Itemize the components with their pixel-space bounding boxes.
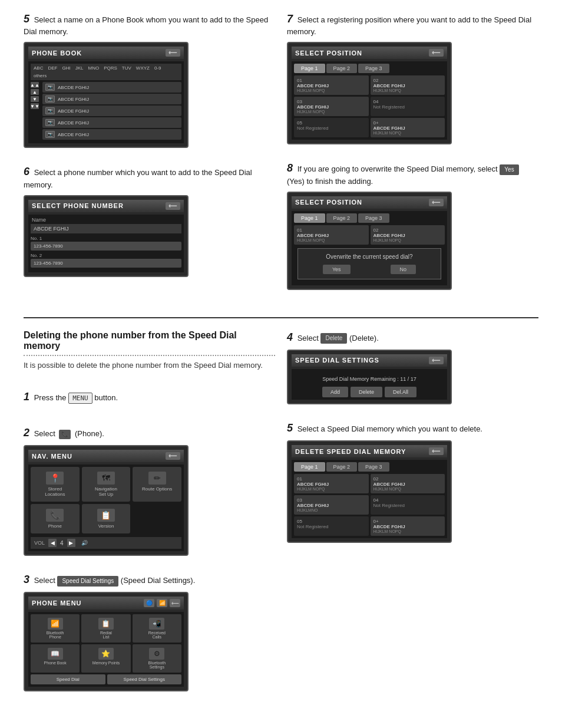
- delete-sd-tab-page1[interactable]: Page 1: [294, 462, 325, 472]
- select-phone-back-btn[interactable]: ⟵: [166, 202, 180, 210]
- arrow-up[interactable]: ▲: [31, 89, 39, 95]
- pos-num: 01: [297, 228, 366, 233]
- nav-item-phone[interactable]: 📞 Phone: [31, 504, 80, 533]
- tab-ghi[interactable]: GHI: [60, 65, 72, 71]
- select-pos-overwrite-back-btn[interactable]: ⟵: [429, 199, 444, 206]
- del-pos-cell-05[interactable]: 05 Not Registered: [294, 516, 369, 536]
- vol-arrow-left[interactable]: ◀: [48, 539, 57, 547]
- nav-item-stored[interactable]: 📍 StoredLocations: [31, 467, 80, 502]
- pos-overwrite-tab-page1[interactable]: Page 1: [294, 213, 325, 223]
- speed-dial-settings-bottom-btn[interactable]: Speed Dial Settings: [107, 674, 182, 684]
- speed-dial-settings-back-btn[interactable]: ⟵: [429, 357, 444, 364]
- pos-cell-02[interactable]: 02 ABCDE FGHIJ HIJKLM NOPQ: [371, 75, 445, 95]
- pos-cell-01[interactable]: 01 ABCDE FGHIJ HIJKLM NOPQ: [294, 75, 369, 95]
- tab-09[interactable]: 0-9: [153, 65, 163, 71]
- step-5-delete-text: 5 Select a Speed Dial memory which you w…: [287, 421, 538, 436]
- nav-item-route[interactable]: ✏ Route Options: [133, 467, 181, 502]
- nav-item-navigation[interactable]: 🗺 NavigationSet Up: [82, 467, 131, 502]
- delete-sd-title-bar: DELETE SPEED DIAL MEMORY ⟵: [292, 445, 447, 457]
- overwrite-dialog: Overwrite the current speed dial? Yes No: [297, 248, 441, 279]
- del-pos-num: 01: [297, 476, 366, 482]
- pm-item-redial[interactable]: 📋 RedialList: [81, 614, 130, 643]
- pm-item-phonebook[interactable]: 📖 Phone Book: [31, 644, 80, 673]
- phone-menu-title-bar: PHONE MENU 🔵 📶 ⟵: [28, 597, 184, 610]
- tab-mno[interactable]: MNO: [86, 65, 101, 71]
- list-item[interactable]: 📷 ABCDE FGHIJ: [42, 82, 181, 93]
- menu-button-inline: MENU: [68, 393, 92, 404]
- route-options-icon: ✏: [148, 472, 166, 485]
- pos-tab-page2[interactable]: Page 2: [326, 64, 358, 73]
- pm-item-bluetooth[interactable]: 📶 BluetoothPhone: [31, 614, 80, 643]
- pm-item-bt-settings[interactable]: ⚙ BluetoothSettings: [133, 644, 181, 673]
- received-calls-label: ReceivedCalls: [134, 631, 180, 639]
- step-4-suffix: (Delete).: [349, 334, 379, 342]
- pos-cell-0plus[interactable]: 0+ ABCDE FGHIJ HIJKLM NOPQ: [371, 118, 445, 137]
- del-pos-cell-02[interactable]: 02 ABCDE FGHIJ HIJKLM NOPQ: [371, 474, 445, 493]
- pos-cell-04[interactable]: 04 Not Registered: [371, 97, 445, 116]
- pm-item-received[interactable]: 📲 ReceivedCalls: [133, 614, 181, 643]
- list-item[interactable]: 📷 ABCDE FGHIJ: [42, 106, 181, 116]
- tab-jkl[interactable]: JKL: [74, 65, 85, 71]
- delete-sd-back-btn[interactable]: ⟵: [429, 447, 444, 455]
- pos-cell-05[interactable]: 05 Not Registered: [294, 118, 369, 137]
- del-pos-name: ABCDE FGHIJ: [297, 482, 366, 487]
- tab-others[interactable]: others: [32, 73, 48, 79]
- add-button[interactable]: Add: [322, 387, 348, 397]
- memory-points-icon: ⭐: [98, 648, 114, 660]
- select-phone-number-title-bar: SELECT PHONE NUMBER ⟵: [28, 200, 184, 212]
- phonebook-back-btn[interactable]: ⟵: [166, 49, 180, 57]
- delete-sd-tab-page2[interactable]: Page 2: [326, 462, 358, 472]
- no1-value[interactable]: 123-456-7890: [31, 242, 181, 251]
- step-6-description: Select a phone number which you want to …: [24, 168, 252, 189]
- list-item[interactable]: 📷 ABCDE FGHIJ: [42, 129, 181, 140]
- vol-arrow-right[interactable]: ▶: [67, 539, 75, 547]
- phone-menu-content: 📶 BluetoothPhone 📋 RedialList 📲 Received…: [28, 612, 184, 687]
- speed-dial-bottom-btn[interactable]: Speed Dial: [31, 674, 105, 684]
- tab-def[interactable]: DEF: [46, 65, 59, 71]
- pos-cell-o1[interactable]: 01 ABCDE FGHIJ HIJKLM NOPQ: [294, 225, 369, 245]
- pos-overwrite-tab-page3[interactable]: Page 3: [358, 213, 389, 223]
- step-2-text: 2 Select 📞 (Phone).: [24, 426, 275, 440]
- pos-overwrite-tab-page2[interactable]: Page 2: [326, 213, 358, 223]
- list-item[interactable]: 📷 ABCDE FGHIJ: [42, 94, 181, 104]
- del-pos-sub: HIJKLMNO: [297, 508, 366, 512]
- tab-wxyz[interactable]: WXYZ: [134, 65, 151, 71]
- pos-cell-03[interactable]: 03 ABCDE FGHIJ HIJKLM NOPQ: [294, 97, 369, 116]
- del-pos-cell-0plus[interactable]: 0+ ABCDE FGHIJ HIJKLM NOPQ: [371, 516, 445, 536]
- section-title: Deleting the phone number from the Speed…: [24, 330, 275, 351]
- delete-button[interactable]: Delete: [351, 387, 382, 397]
- del-pos-cell-01[interactable]: 01 ABCDE FGHIJ HIJKLM NOPQ: [294, 474, 369, 493]
- del-pos-cell-03[interactable]: 03 ABCDE FGHIJ HIJKLMNO: [294, 495, 369, 515]
- pos-cell-o2[interactable]: 02 ABCDE FGHIJ HIJKLM NOPQ: [371, 225, 445, 245]
- tab-tuv[interactable]: TUV: [120, 65, 133, 71]
- select-position-back-btn[interactable]: ⟵: [429, 49, 444, 57]
- del-all-button[interactable]: Del.All: [385, 387, 416, 397]
- pos-name: ABCDE FGHIJ: [297, 104, 366, 110]
- tab-abc[interactable]: ABC: [32, 65, 45, 71]
- nav-menu-back-btn[interactable]: ⟵: [166, 452, 180, 460]
- pm-item-memory[interactable]: ⭐ Memory Points: [81, 644, 130, 673]
- pos-name: ABCDE FGHIJ: [373, 83, 442, 88]
- pos-tab-page1[interactable]: Page 1: [294, 64, 325, 73]
- list-item[interactable]: 📷 ABCDE FGHIJ: [42, 117, 181, 128]
- arrow-down[interactable]: ▼: [31, 96, 39, 102]
- vol-label: VOL: [34, 540, 45, 546]
- pm-back-icon[interactable]: ⟵: [170, 599, 180, 607]
- delete-sd-tab-page3[interactable]: Page 3: [358, 462, 389, 472]
- step-4-block: 4 Select Delete (Delete). SPEED DIAL SET…: [287, 330, 538, 404]
- number-row-2: No. 2 123-456-7890: [31, 253, 181, 268]
- pos-tab-page3[interactable]: Page 3: [358, 64, 389, 73]
- no-button[interactable]: No: [391, 265, 416, 274]
- del-pos-num: 03: [297, 498, 366, 503]
- arrow-down-bottom[interactable]: ▼▼: [31, 103, 39, 109]
- vol-row: VOL ◀ 4 ▶ 🔊: [31, 537, 181, 549]
- del-pos-cell-04[interactable]: 04 Not Registered: [371, 495, 445, 515]
- del-pos-num: 0+: [373, 519, 442, 524]
- arrow-up-top[interactable]: ▲▲: [31, 82, 39, 88]
- sd-info-text: Speed Dial Memory Remaining : 11 / 17: [294, 376, 445, 382]
- yes-button[interactable]: Yes: [323, 265, 351, 274]
- nav-item-version[interactable]: 📋 Version: [82, 504, 131, 533]
- nav-menu-screen: NAV. MENU ⟵ 📍 StoredLocations 🗺 Navigati…: [24, 445, 189, 556]
- no2-value[interactable]: 123-456-7890: [31, 259, 181, 268]
- tab-pqrs[interactable]: PQRS: [102, 65, 119, 71]
